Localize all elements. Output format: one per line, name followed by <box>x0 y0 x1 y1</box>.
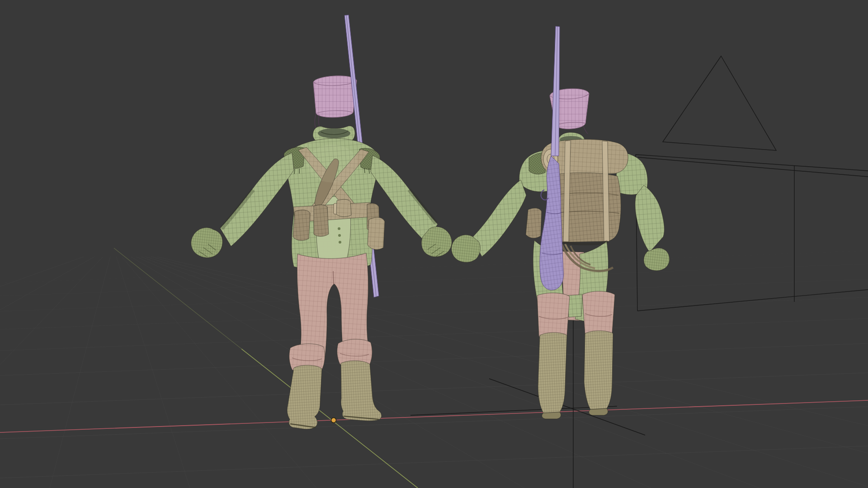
back-hip-pouch[interactable] <box>526 208 542 239</box>
front-chest-highlight <box>307 145 358 183</box>
origin-marker[interactable] <box>331 418 336 423</box>
object-origin-dot[interactable] <box>331 418 336 423</box>
viewport-3d[interactable] <box>0 0 868 488</box>
